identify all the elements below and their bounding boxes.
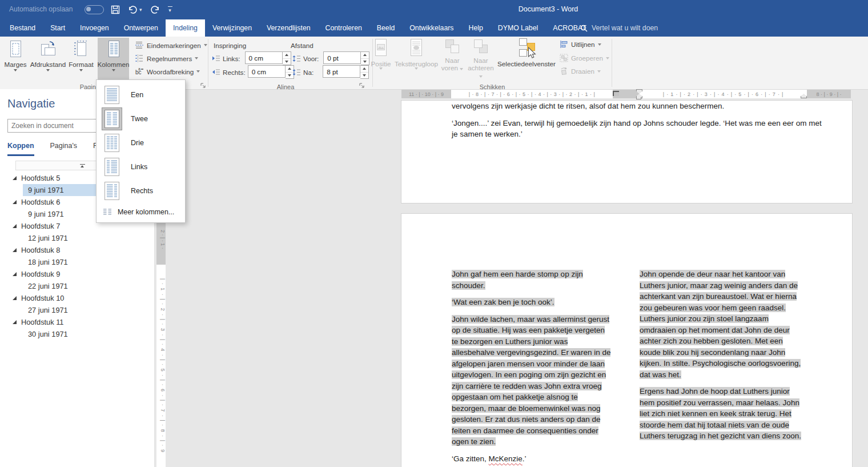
v-ruler-area[interactable]: | · 1 · | · 2 · | · 3 · | · 4 · | · 5 · … xyxy=(156,265,166,467)
ribbon-tab[interactable]: Indeling xyxy=(166,19,205,37)
paragraph: John opende de deur naar het kantoor van… xyxy=(640,269,803,380)
document-page-1[interactable]: vervolgens zijn werkjasje dicht te ritse… xyxy=(401,101,852,203)
page1-text[interactable]: vervolgens zijn werkjasje dicht te ritse… xyxy=(452,101,822,146)
spacing-before-icon xyxy=(292,55,301,62)
spacing-after-icon xyxy=(292,69,301,76)
rotate-button: Draaien xyxy=(560,67,601,75)
align-icon xyxy=(560,41,568,48)
expand-triangle-icon[interactable] xyxy=(13,272,17,276)
nav-heading-item[interactable]: 30 juni 1971 xyxy=(0,328,154,340)
more-columns-menu-item[interactable]: Meer kolommen... xyxy=(97,205,185,219)
columns-icon xyxy=(105,40,123,58)
undo-dropdown-icon[interactable]: ▾ xyxy=(139,7,142,13)
expand-triangle-icon[interactable] xyxy=(13,224,17,228)
ribbon-tab[interactable]: Bestand xyxy=(2,19,43,37)
columns-button[interactable]: Kolommen xyxy=(98,38,129,82)
align-button[interactable]: Uitlijnen xyxy=(560,41,601,48)
spacing-before-spinner[interactable] xyxy=(361,51,369,65)
paragraph-dialog-launcher-icon[interactable] xyxy=(359,82,365,89)
document-page-2[interactable]: John gaf hem een harde stomp op zijn sch… xyxy=(401,214,852,467)
h-ruler-column2[interactable]: | · 1 · | · 2 · | · 3 · | · 4 · | · 5 · … xyxy=(640,90,807,98)
tell-me-search[interactable]: Vertel wat u wilt doen xyxy=(580,19,658,37)
ribbon-tab[interactable]: Verzendlijsten xyxy=(259,19,318,37)
indent-right-input[interactable]: 0 cm xyxy=(248,65,286,78)
nav-heading-item[interactable]: 27 juni 1971 xyxy=(0,304,154,316)
nav-heading-item[interactable]: 12 juni 1971 xyxy=(0,232,154,244)
orientation-button[interactable]: Afdrukstand xyxy=(31,38,65,82)
spacing-after-input[interactable]: 8 pt xyxy=(323,65,360,78)
h-ruler-left-margin[interactable]: 11 · | · 10 · | · 9 xyxy=(401,90,451,98)
page2-left-column[interactable]: John gaf hem een harde stomp op zijn sch… xyxy=(452,269,613,467)
columns-option-three[interactable]: Drie xyxy=(97,131,185,155)
navigation-title: Navigatie xyxy=(7,97,55,110)
spacing-after-spinner[interactable] xyxy=(360,65,369,79)
redo-icon[interactable] xyxy=(150,5,160,14)
page-setup-dialog-launcher-icon[interactable] xyxy=(200,82,207,89)
indent-right-field: Rechts: 0 cm xyxy=(212,65,294,79)
size-icon xyxy=(72,40,90,58)
ribbon-tab[interactable]: DYMO Label xyxy=(491,19,545,37)
customize-qat-icon[interactable]: ▾ xyxy=(168,6,172,13)
column-margin-marker[interactable] xyxy=(613,91,619,96)
quick-access-toolbar: ▾ ▾ xyxy=(111,2,172,17)
expand-triangle-icon[interactable] xyxy=(13,200,17,204)
hyphenation-button[interactable]: bc a Woordafbreking xyxy=(135,67,200,76)
expand-triangle-icon[interactable] xyxy=(13,320,17,324)
nav-heading-item[interactable]: Hoofdstuk 8 xyxy=(0,244,154,256)
nav-heading-item[interactable]: Hoofdstuk 9 xyxy=(0,268,154,280)
columns-option-one[interactable]: Een xyxy=(97,83,185,107)
ribbon-tab[interactable]: Controleren xyxy=(318,19,369,37)
expand-triangle-icon[interactable] xyxy=(13,296,17,300)
nav-heading-item[interactable]: Hoofdstuk 11 xyxy=(0,316,154,328)
document-title: Document3 - Word xyxy=(480,5,617,13)
h-ruler-right-margin[interactable]: 8 · | · 9 · | · xyxy=(807,90,851,98)
ribbon-tab[interactable]: Beeld xyxy=(369,19,402,37)
columns-option-right[interactable]: Rechts xyxy=(97,179,185,203)
indent-left-icon xyxy=(212,55,220,62)
nav-tab[interactable]: Pagina's xyxy=(50,142,78,156)
line-numbers-button[interactable]: Regelnummers xyxy=(135,54,198,63)
save-icon[interactable] xyxy=(111,5,120,14)
paragraph: John gaf hem een harde stomp op zijn sch… xyxy=(452,269,613,291)
expand-triangle-icon[interactable] xyxy=(13,176,17,180)
nav-heading-item[interactable]: 22 juni 1971 xyxy=(0,280,154,292)
ribbon-tab[interactable]: Start xyxy=(43,19,73,37)
nav-heading-item[interactable]: Hoofdstuk 10 xyxy=(0,292,154,304)
size-button[interactable]: Formaat xyxy=(66,38,96,82)
ribbon-tab-bar: BestandStartInvoegenOntwerpenIndelingVer… xyxy=(0,19,868,37)
svg-text:a: a xyxy=(138,67,140,71)
ribbon-tab[interactable]: Ontwikkelaars xyxy=(402,19,461,37)
mouse-cursor-icon xyxy=(528,47,536,59)
columns-option-left[interactable]: Links xyxy=(97,155,185,179)
nav-tab[interactable]: Koppen xyxy=(7,142,34,156)
columns-option-two[interactable]: Twee xyxy=(97,107,185,131)
title-bar: Automatisch opslaan ▾ ▾ xyxy=(0,0,868,19)
paragraph: ‘Jongen....’ zei Evan, terwijl hij gemoe… xyxy=(452,118,822,140)
undo-icon[interactable] xyxy=(128,5,138,14)
margins-icon xyxy=(6,40,25,58)
text-wrap-button: Tekstterugloop xyxy=(393,38,440,70)
send-backward-icon xyxy=(472,38,489,55)
ribbon-tab[interactable]: Help xyxy=(461,19,491,37)
autosave-toggle[interactable] xyxy=(85,5,104,14)
spacing-before-input[interactable]: 0 pt xyxy=(323,51,361,64)
breaks-button[interactable]: Eindemarkeringen xyxy=(135,41,207,50)
hyphenation-icon: bc a xyxy=(135,67,144,76)
indent-left-input[interactable]: 0 cm xyxy=(245,51,283,64)
send-backward-button: Naar achteren xyxy=(466,38,496,79)
ribbon-tab[interactable]: Invoegen xyxy=(73,19,116,37)
selection-pane-button[interactable]: Selectiedeelvenster xyxy=(497,38,556,67)
margins-button[interactable]: Marges xyxy=(1,38,30,82)
expand-triangle-icon[interactable] xyxy=(13,248,17,252)
ribbon-tab[interactable]: Ontwerpen xyxy=(116,19,166,37)
left-indent-marker[interactable] xyxy=(636,97,641,99)
bring-forward-icon xyxy=(444,38,461,55)
ribbon-tab[interactable]: Verwijzingen xyxy=(205,19,259,37)
toggle-knob-icon xyxy=(86,7,91,11)
page2-right-column[interactable]: John opende de deur naar het kantoor van… xyxy=(640,269,803,448)
nav-heading-item[interactable]: 18 juni 1971 xyxy=(0,256,154,268)
paragraph-group-label: Alinea xyxy=(240,83,331,90)
h-ruler-column1[interactable]: | · 8 · | · 7 · | · 6 · | · 5 · | · 4 · … xyxy=(451,90,613,98)
indent-left-spinner[interactable] xyxy=(283,51,291,65)
misspelled-word: McKenzie xyxy=(489,454,523,463)
